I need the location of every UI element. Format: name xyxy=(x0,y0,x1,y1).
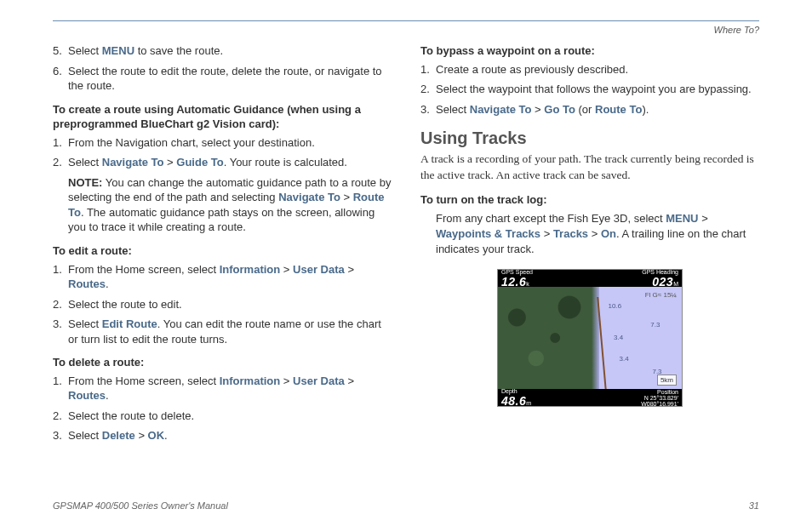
step-number: 2. xyxy=(53,297,68,312)
text: . xyxy=(106,389,109,402)
step-text: Select Navigate To > Guide To. Your rout… xyxy=(68,155,392,170)
information-keyword: Information xyxy=(220,263,281,276)
using-tracks-heading: Using Tracks xyxy=(420,129,759,148)
note-label: NOTE: xyxy=(68,176,102,189)
gps-speed-unit: k xyxy=(526,281,529,287)
text: > xyxy=(588,227,601,240)
header-section: Where To? xyxy=(53,25,759,35)
step-number: 3. xyxy=(53,428,68,443)
edit-step-1: 1. From the Home screen, select Informat… xyxy=(53,262,392,292)
text: (or xyxy=(575,103,595,116)
text: . xyxy=(106,277,109,290)
step-text: Select the route to delete. xyxy=(68,409,392,424)
depth-reading: 3.4 xyxy=(620,355,629,363)
auto-note: NOTE: You can change the automatic guida… xyxy=(68,175,392,235)
step-5: 5. Select MENU to save the route. xyxy=(53,43,392,59)
position-lat: N 25°33.829' xyxy=(641,395,678,401)
depth-reading: 3.4 xyxy=(614,334,623,341)
right-column: To bypass a waypoint on a route: 1. Crea… xyxy=(420,43,759,449)
text: > xyxy=(280,374,293,387)
device-screenshot: 10.6 3.4 7.3 3.4 7.3 Fl G≈ 15¼ 5km GPS S… xyxy=(497,269,683,407)
waypoints-tracks-keyword: Waypoints & Tracks xyxy=(436,227,540,240)
sea-area xyxy=(593,287,682,389)
step-text: Select Navigate To > Go To (or Route To)… xyxy=(436,102,759,117)
text: . Your route is calculated. xyxy=(224,156,347,169)
text: > xyxy=(340,191,353,203)
text: . xyxy=(164,429,168,442)
text: > xyxy=(345,374,354,387)
depth-reading: 7.3 xyxy=(650,321,660,329)
step-number: 2. xyxy=(53,409,68,424)
step-text: From the Home screen, select Information… xyxy=(68,262,392,292)
step-text: Select the route to edit the route, dele… xyxy=(68,64,392,94)
scale-bar: 5km xyxy=(657,374,677,386)
step-text: Select Edit Route. You can edit the rout… xyxy=(68,317,392,346)
go-to-keyword: Go To xyxy=(544,103,575,116)
gps-speed-box: GPS Speed 12.6k xyxy=(501,269,533,289)
bypass-heading: To bypass a waypoint on a route: xyxy=(420,43,759,59)
text: > xyxy=(699,212,708,225)
text: Select xyxy=(68,429,102,442)
step-text: Select the waypoint that follows the way… xyxy=(436,82,759,97)
edit-step-2: 2. Select the route to edit. xyxy=(53,297,392,312)
step-number: 1. xyxy=(53,135,68,151)
ok-keyword: OK xyxy=(148,429,165,442)
step-6: 6. Select the route to edit the route, d… xyxy=(53,64,392,94)
footer-manual-title: GPSMAP 400/500 Series Owner's Manual xyxy=(53,500,228,511)
edit-step-3: 3. Select Edit Route. You can edit the r… xyxy=(53,317,392,346)
step-text: Select the route to edit. xyxy=(68,297,392,312)
position-label: Position xyxy=(641,389,678,395)
navigate-to-keyword: Navigate To xyxy=(102,156,164,169)
page-footer: GPSMAP 400/500 Series Owner's Manual 31 xyxy=(53,500,759,511)
step-text: From the Home screen, select Information… xyxy=(68,374,392,403)
information-keyword: Information xyxy=(220,374,281,387)
menu-keyword: MENU xyxy=(666,212,698,225)
land-area xyxy=(498,287,593,389)
screenshot-top-bar: GPS Speed 12.6k GPS Heading 023M xyxy=(498,270,682,287)
edit-route-keyword: Edit Route xyxy=(102,317,157,330)
text: > xyxy=(540,227,553,240)
guide-to-keyword: Guide To xyxy=(176,156,223,169)
user-data-keyword: User Data xyxy=(293,374,345,387)
navigate-to-keyword: Navigate To xyxy=(470,103,532,116)
text: > xyxy=(345,263,354,276)
text: Select xyxy=(68,44,102,57)
track-log-instruction: From any chart except the Fish Eye 3D, s… xyxy=(436,211,759,258)
auto-guidance-heading: To create a route using Automatic Guidan… xyxy=(53,102,392,132)
step-number: 2. xyxy=(53,155,68,170)
step-number: 1. xyxy=(420,62,436,77)
delete-step-2: 2. Select the route to delete. xyxy=(53,409,392,424)
text: From the Home screen, select xyxy=(68,374,220,387)
gps-speed-value: 12.6 xyxy=(501,275,526,289)
user-data-keyword: User Data xyxy=(293,263,345,276)
device-screenshot-container: 10.6 3.4 7.3 3.4 7.3 Fl G≈ 15¼ 5km GPS S… xyxy=(420,269,759,407)
text: Select xyxy=(436,103,470,116)
on-keyword: On xyxy=(601,227,616,240)
depth-box: Depth 48.6m xyxy=(501,388,531,408)
top-rule xyxy=(53,20,759,21)
bypass-step-3: 3. Select Navigate To > Go To (or Route … xyxy=(420,102,759,117)
routes-keyword: Routes xyxy=(68,389,106,402)
track-log-heading: To turn on the track log: xyxy=(420,192,759,208)
menu-keyword: MENU xyxy=(102,44,134,57)
navigate-to-keyword: Navigate To xyxy=(278,191,340,203)
step-text: From the Navigation chart, select your d… xyxy=(68,135,392,151)
text: > xyxy=(163,156,176,169)
delete-route-heading: To delete a route: xyxy=(53,355,392,370)
two-column-layout: 5. Select MENU to save the route. 6. Sel… xyxy=(53,43,759,449)
page: Where To? 5. Select MENU to save the rou… xyxy=(0,0,812,466)
step-number: 3. xyxy=(53,317,68,346)
text: . The automatic guidance path stays on t… xyxy=(68,206,375,234)
left-column: 5. Select MENU to save the route. 6. Sel… xyxy=(53,43,392,449)
depth-label: Depth xyxy=(501,388,531,394)
footer-page-number: 31 xyxy=(749,500,759,511)
route-to-keyword: Route To xyxy=(595,103,642,116)
step-number: 1. xyxy=(53,374,68,403)
delete-step-3: 3. Select Delete > OK. xyxy=(53,428,392,443)
step-text: Create a route as previously described. xyxy=(436,62,759,77)
bypass-step-2: 2. Select the waypoint that follows the … xyxy=(420,82,759,97)
text: > xyxy=(135,429,148,442)
gps-heading-box: GPS Heading 023M xyxy=(642,269,678,289)
gps-heading-unit: M xyxy=(673,281,678,287)
step-number: 6. xyxy=(53,64,68,94)
